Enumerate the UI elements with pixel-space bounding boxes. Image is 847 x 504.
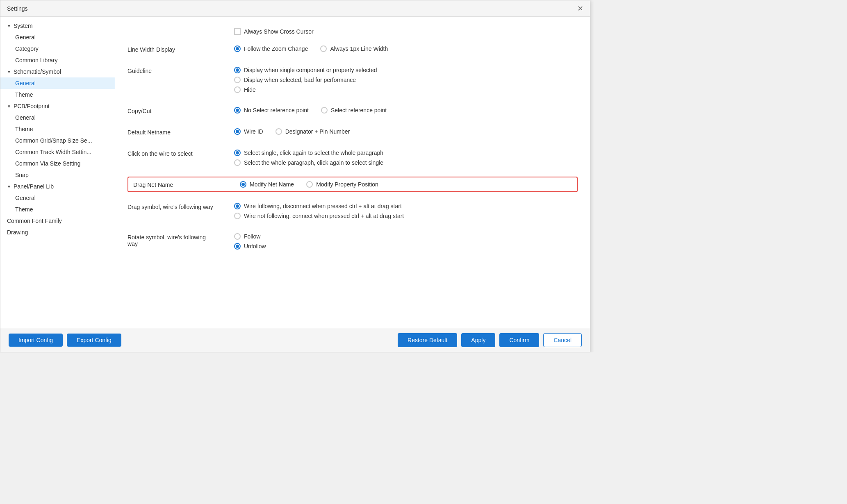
sidebar-item-pcb-common-via[interactable]: Common Via Size Setting: [0, 158, 115, 169]
radio-circle-select-ref[interactable]: [321, 107, 328, 114]
radio-label-wire-not-following: Wire not following, connect when pressed…: [244, 213, 404, 219]
setting-label-guideline: Guideline: [128, 67, 234, 74]
setting-row-rotate-symbol: Rotate symbol, wire's followingway Follo…: [128, 230, 578, 253]
export-config-button[interactable]: Export Config: [67, 334, 121, 347]
radio-wire-not-following[interactable]: Wire not following, connect when pressed…: [234, 213, 578, 219]
setting-label-drag-symbol: Drag symbol, wire's following way: [128, 203, 234, 210]
radio-no-select-ref[interactable]: No Select reference point: [234, 107, 309, 114]
sidebar-item-pcb-general[interactable]: General: [0, 112, 115, 123]
sidebar-item-pcb-snap[interactable]: Snap: [0, 169, 115, 181]
setting-options-click-wire: Select single, click again to select the…: [234, 150, 578, 166]
sidebar-item-pcb-common-grid[interactable]: Common Grid/Snap Size Se...: [0, 135, 115, 146]
setting-row-line-width: Line Width Display Follow the Zoom Chang…: [128, 42, 578, 56]
radio-wire-id[interactable]: Wire ID: [234, 128, 263, 135]
radio-circle-select-single[interactable]: [234, 150, 241, 156]
sidebar-item-schematic-theme[interactable]: Theme: [0, 89, 115, 100]
sidebar-group-panel-label: Panel/Panel Lib: [14, 183, 54, 190]
radio-circle-guideline-hide[interactable]: [234, 86, 241, 93]
setting-options-guideline: Display when single component or propert…: [234, 67, 578, 93]
radio-label-unfollow: Unfollow: [244, 243, 266, 250]
setting-row-drag-symbol: Drag symbol, wire's following way Wire f…: [128, 200, 578, 222]
checkbox-cross-cursor[interactable]: Always Show Cross Cursor: [234, 28, 578, 35]
radio-label-guideline-selected: Display when selected, bad for performan…: [244, 77, 356, 83]
sidebar-item-panel-general[interactable]: General: [0, 192, 115, 204]
radio-guideline-single[interactable]: Display when single component or propert…: [234, 67, 578, 73]
confirm-button[interactable]: Confirm: [499, 333, 539, 347]
radio-designator-pin[interactable]: Designator + Pin Number: [276, 128, 350, 135]
sidebar-item-schematic-general[interactable]: General: [0, 77, 115, 89]
radio-guideline-selected[interactable]: Display when selected, bad for performan…: [234, 77, 578, 83]
radio-guideline-hide[interactable]: Hide: [234, 86, 578, 93]
radio-circle-designator-pin[interactable]: [276, 128, 282, 135]
radio-label-follow-zoom: Follow the Zoom Change: [244, 45, 308, 52]
setting-row-default-netname: Default Netname Wire ID Designator + Pin…: [128, 125, 578, 139]
setting-label-cross-cursor: [128, 28, 234, 29]
sidebar-item-system-general[interactable]: General: [0, 32, 115, 43]
sidebar-item-system-common-library[interactable]: Common Library: [0, 54, 115, 66]
radio-circle-wire-id[interactable]: [234, 128, 241, 135]
radio-select-single[interactable]: Select single, click again to select the…: [234, 150, 578, 156]
checkbox-box-cross-cursor[interactable]: [234, 28, 241, 35]
window-title: Settings: [7, 5, 28, 12]
setting-row-copy-cut: Copy/Cut No Select reference point Selec…: [128, 104, 578, 118]
option-row-default-netname: Wire ID Designator + Pin Number: [234, 128, 578, 135]
sidebar-item-common-font-family[interactable]: Common Font Family: [0, 215, 115, 227]
setting-options-drag-symbol: Wire following, disconnect when pressed …: [234, 203, 578, 219]
radio-circle-follow[interactable]: [234, 233, 241, 240]
restore-default-button[interactable]: Restore Default: [398, 333, 457, 347]
radio-circle-select-whole[interactable]: [234, 159, 241, 166]
radio-circle-follow-zoom[interactable]: [234, 45, 241, 52]
sidebar-item-panel-theme[interactable]: Theme: [0, 204, 115, 215]
radio-select-whole[interactable]: Select the whole paragraph, click again …: [234, 159, 578, 166]
setting-options-copy-cut: No Select reference point Select referen…: [234, 107, 578, 114]
radio-label-guideline-single: Display when single component or propert…: [244, 67, 377, 73]
import-config-button[interactable]: Import Config: [9, 334, 63, 347]
apply-button[interactable]: Apply: [461, 333, 495, 347]
radio-circle-wire-following[interactable]: [234, 203, 241, 209]
setting-row-guideline: Guideline Display when single component …: [128, 64, 578, 96]
radio-circle-wire-not-following[interactable]: [234, 213, 241, 219]
radio-circle-guideline-selected[interactable]: [234, 77, 241, 83]
radio-unfollow[interactable]: Unfollow: [234, 243, 578, 250]
arrow-icon-schematic: ▼: [7, 70, 11, 74]
radio-label-select-whole: Select the whole paragraph, click again …: [244, 159, 383, 166]
footer-left: Import Config Export Config: [9, 334, 121, 347]
radio-circle-unfollow[interactable]: [234, 243, 241, 250]
radio-circle-modify-net-name[interactable]: [240, 181, 246, 188]
radio-follow[interactable]: Follow: [234, 233, 578, 240]
radio-label-wire-following: Wire following, disconnect when pressed …: [244, 203, 402, 209]
radio-label-follow: Follow: [244, 233, 260, 240]
sidebar-group-pcb[interactable]: ▼ PCB/Footprint: [0, 100, 115, 112]
cancel-button[interactable]: Cancel: [543, 333, 582, 347]
sidebar-group-schematic[interactable]: ▼ Schematic/Symbol: [0, 66, 115, 77]
sidebar-section-schematic: ▼ Schematic/Symbol General Theme: [0, 66, 115, 100]
radio-select-ref[interactable]: Select reference point: [321, 107, 387, 114]
radio-label-designator-pin: Designator + Pin Number: [285, 128, 350, 135]
radio-circle-always-1px[interactable]: [320, 45, 327, 52]
radio-circle-no-select-ref[interactable]: [234, 107, 241, 114]
radio-circle-modify-property-position[interactable]: [306, 181, 313, 188]
close-button[interactable]: ✕: [577, 5, 583, 12]
footer-right: Restore Default Apply Confirm Cancel: [398, 333, 582, 347]
sidebar-item-drawing[interactable]: Drawing: [0, 227, 115, 238]
setting-label-click-wire: Click on the wire to select: [128, 150, 234, 157]
setting-label-default-netname: Default Netname: [128, 128, 234, 136]
settings-window: Settings ✕ ▼ System General Category Com…: [0, 0, 590, 352]
radio-wire-following[interactable]: Wire following, disconnect when pressed …: [234, 203, 578, 209]
sidebar-item-system-category[interactable]: Category: [0, 43, 115, 54]
main-content: ▼ System General Category Common Library…: [0, 17, 590, 328]
option-row-drag-net-name: Modify Net Name Modify Property Position: [240, 181, 572, 188]
arrow-icon-panel: ▼: [7, 184, 11, 189]
arrow-icon: ▼: [7, 24, 11, 28]
radio-always-1px[interactable]: Always 1px Line Width: [320, 45, 388, 52]
sidebar-group-panel[interactable]: ▼ Panel/Panel Lib: [0, 181, 115, 192]
radio-modify-property-position[interactable]: Modify Property Position: [306, 181, 378, 188]
radio-circle-guideline-single[interactable]: [234, 67, 241, 73]
radio-follow-zoom[interactable]: Follow the Zoom Change: [234, 45, 308, 52]
setting-label-copy-cut: Copy/Cut: [128, 107, 234, 114]
sidebar-item-pcb-theme[interactable]: Theme: [0, 123, 115, 135]
radio-label-guideline-hide: Hide: [244, 86, 256, 93]
sidebar-item-pcb-common-track[interactable]: Common Track Width Settin...: [0, 146, 115, 158]
sidebar-group-system[interactable]: ▼ System: [0, 20, 115, 32]
radio-modify-net-name[interactable]: Modify Net Name: [240, 181, 294, 188]
